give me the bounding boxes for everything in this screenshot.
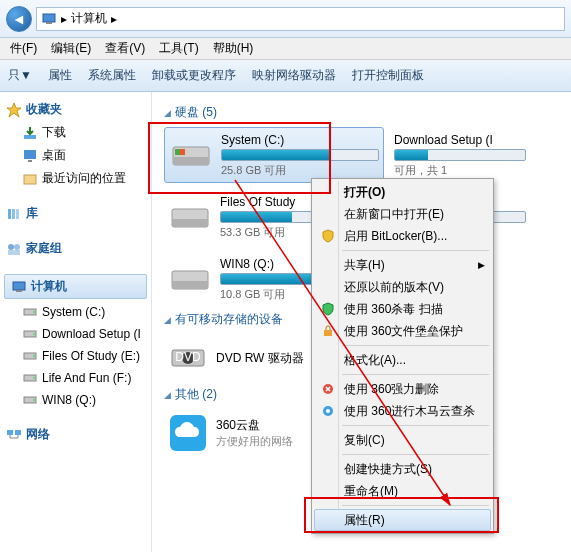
svg-rect-13	[13, 282, 25, 290]
svg-text:DVD: DVD	[175, 350, 201, 364]
drive-free: 可用，共 1	[394, 163, 526, 178]
svg-rect-14	[16, 290, 22, 292]
address-separator: ▸	[111, 12, 117, 26]
context-menu: 打开(O) 在新窗口中打开(E) 启用 BitLocker(B)... 共享(H…	[311, 178, 494, 534]
favorites-heading[interactable]: 收藏夹	[0, 98, 151, 121]
library-icon	[6, 206, 22, 222]
svg-rect-5	[28, 160, 32, 162]
ctx-share[interactable]: 共享(H)▶	[314, 254, 491, 276]
svg-point-20	[33, 355, 35, 357]
uninstall-button[interactable]: 卸载或更改程序	[152, 67, 236, 84]
sidebar-drive[interactable]: WIN8 (Q:)	[0, 389, 151, 411]
drive-icon	[168, 257, 212, 301]
sidebar-drive[interactable]: Life And Fun (F:)	[0, 367, 151, 389]
download-icon	[22, 125, 38, 141]
ctx-copy[interactable]: 复制(C)	[314, 429, 491, 451]
computer-icon	[11, 279, 27, 295]
svg-rect-30	[175, 149, 180, 155]
desktop-icon	[22, 148, 38, 164]
menu-help[interactable]: 帮助(H)	[207, 38, 260, 59]
svg-rect-0	[43, 14, 55, 22]
drive-icon	[22, 304, 38, 320]
drive-item[interactable]: System (C:)25.8 GB 可用	[164, 127, 384, 183]
svg-rect-8	[12, 209, 15, 219]
ctx-open-new[interactable]: 在新窗口中打开(E)	[314, 203, 491, 225]
system-properties-button[interactable]: 系统属性	[88, 67, 136, 84]
menu-file[interactable]: 件(F)	[4, 38, 43, 59]
properties-button[interactable]: 属性	[48, 67, 72, 84]
svg-point-10	[8, 244, 14, 250]
sidebar: 收藏夹 下载 桌面 最近访问的位置 库 家庭组 计算机 System (C:) …	[0, 92, 152, 552]
menu-view[interactable]: 查看(V)	[99, 38, 151, 59]
drive-icon	[22, 392, 38, 408]
svg-rect-26	[15, 430, 21, 435]
organize-button[interactable]: 只▼	[8, 67, 32, 84]
svg-rect-34	[172, 281, 208, 289]
svg-rect-28	[173, 157, 209, 165]
svg-point-22	[33, 377, 35, 379]
ctx-restore[interactable]: 还原以前的版本(V)	[314, 276, 491, 298]
ctx-properties[interactable]: 属性(R)	[314, 509, 491, 531]
svg-rect-1	[46, 22, 52, 24]
network-heading[interactable]: 网络	[0, 423, 151, 446]
svg-point-11	[14, 244, 20, 250]
homegroup-heading[interactable]: 家庭组	[0, 237, 151, 260]
recent-icon	[22, 171, 38, 187]
sidebar-desktop[interactable]: 桌面	[0, 144, 151, 167]
sidebar-drive[interactable]: System (C:)	[0, 301, 151, 323]
drive-name: Download Setup (I	[394, 133, 526, 147]
control-panel-button[interactable]: 打开控制面板	[352, 67, 424, 84]
network-icon	[6, 427, 22, 443]
cloud-icon	[168, 413, 208, 453]
svg-rect-7	[8, 209, 11, 219]
ctx-open[interactable]: 打开(O)	[314, 181, 491, 203]
svg-rect-39	[324, 330, 332, 336]
sidebar-drive[interactable]: Download Setup (I	[0, 323, 151, 345]
ctx-fort360[interactable]: 使用 360文件堡垒保护	[314, 320, 491, 342]
menu-bar: 件(F) 编辑(E) 查看(V) 工具(T) 帮助(H)	[0, 38, 571, 60]
cloud-sub: 方便好用的网络	[216, 434, 293, 449]
menu-edit[interactable]: 编辑(E)	[45, 38, 97, 59]
sidebar-downloads[interactable]: 下载	[0, 121, 151, 144]
ctx-shortcut[interactable]: 创建快捷方式(S)	[314, 458, 491, 480]
svg-point-24	[33, 399, 35, 401]
cloud-name: 360云盘	[216, 417, 293, 434]
ctx-rename[interactable]: 重命名(M)	[314, 480, 491, 502]
sidebar-recent[interactable]: 最近访问的位置	[0, 167, 151, 190]
svg-rect-6	[24, 175, 36, 184]
svg-rect-9	[16, 209, 19, 219]
address-box[interactable]: ▸ 计算机 ▸	[36, 7, 565, 31]
svg-rect-3	[24, 135, 36, 139]
lock-icon	[320, 323, 336, 339]
ctx-scan360[interactable]: 使用 360杀毒 扫描	[314, 298, 491, 320]
computer-icon	[41, 11, 57, 27]
drive-icon	[22, 326, 38, 342]
svg-point-18	[33, 333, 35, 335]
submenu-arrow-icon: ▶	[478, 260, 485, 270]
sidebar-drive[interactable]: Files Of Study (E:)	[0, 345, 151, 367]
star-icon	[6, 102, 22, 118]
drive-bar	[221, 149, 379, 161]
drive-free: 25.8 GB 可用	[221, 163, 379, 178]
menu-tools[interactable]: 工具(T)	[153, 38, 204, 59]
back-button[interactable]: ◄	[6, 6, 32, 32]
scan-icon	[320, 403, 336, 419]
svg-point-16	[33, 311, 35, 313]
svg-rect-12	[8, 250, 20, 255]
drive-item[interactable]: Download Setup (I可用，共 1	[390, 127, 530, 183]
ctx-del360[interactable]: 使用 360强力删除	[314, 378, 491, 400]
drive-icon	[168, 195, 212, 239]
svg-rect-25	[7, 430, 13, 435]
drive-name: System (C:)	[221, 133, 379, 147]
ctx-bitlocker[interactable]: 启用 BitLocker(B)...	[314, 225, 491, 247]
map-network-button[interactable]: 映射网络驱动器	[252, 67, 336, 84]
ctx-format[interactable]: 格式化(A)...	[314, 349, 491, 371]
ctx-trojan360[interactable]: 使用 360进行木马云查杀	[314, 400, 491, 422]
address-bar: ◄ ▸ 计算机 ▸	[0, 0, 571, 38]
computer-heading[interactable]: 计算机	[4, 274, 147, 299]
shield-icon	[320, 301, 336, 317]
libraries-heading[interactable]: 库	[0, 202, 151, 225]
section-drives[interactable]: 硬盘 (5)	[164, 104, 571, 121]
toolbar: 只▼ 属性 系统属性 卸载或更改程序 映射网络驱动器 打开控制面板	[0, 60, 571, 92]
address-location: 计算机	[71, 10, 107, 27]
